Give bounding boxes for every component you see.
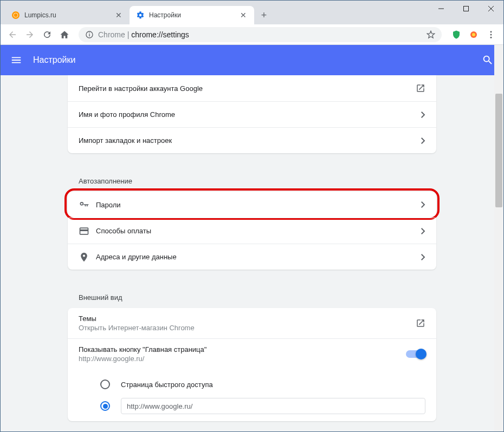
svg-point-11 [490, 34, 492, 35]
omnibox-text: Chrome | chrome://settings [98, 30, 189, 39]
svg-point-10 [490, 31, 492, 32]
svg-rect-6 [89, 34, 89, 36]
home-url-input[interactable] [121, 398, 425, 414]
row-label: Импорт закладок и настроек [79, 136, 421, 145]
close-button[interactable] [479, 1, 503, 17]
row-sublabel: Открыть Интернет-магазин Chrome [79, 324, 416, 332]
page-title: Настройки [33, 55, 471, 65]
tab-title: Lumpics.ru [24, 11, 110, 19]
credit-card-icon [79, 226, 96, 237]
row-label: Показывать кнопку "Главная страница" [79, 345, 406, 354]
chevron-right-icon [421, 201, 425, 208]
row-themes[interactable]: Темы Открыть Интернет-магазин Chrome [68, 308, 436, 338]
key-icon [79, 199, 96, 210]
radio-label: Страница быстрого доступа [121, 381, 213, 389]
tab-lumpics[interactable]: Lumpics.ru ✕ [5, 6, 130, 24]
appearance-card: Темы Открыть Интернет-магазин Chrome Пок… [68, 308, 436, 421]
hamburger-icon[interactable] [10, 54, 22, 66]
site-info-icon[interactable] [85, 30, 94, 39]
forward-button[interactable] [22, 27, 37, 42]
section-title-appearance: Внешний вид [68, 283, 436, 308]
svg-point-9 [472, 33, 475, 36]
favicon-settings [136, 11, 145, 19]
home-button-toggle[interactable] [406, 350, 425, 358]
row-label: Имя и фото профиля Chrome [79, 110, 421, 119]
row-label: Перейти в настройки аккаунта Google [79, 84, 416, 93]
row-import-bookmarks[interactable]: Импорт закладок и настроек [68, 127, 436, 153]
titlebar: Lumpics.ru ✕ Настройки ✕ + [1, 1, 503, 24]
toolbar: Chrome | chrome://settings [1, 24, 503, 45]
row-label: Пароли [96, 201, 421, 209]
favicon-lumpics [11, 11, 20, 19]
radio-icon[interactable] [100, 401, 110, 411]
omnibox[interactable]: Chrome | chrome://settings [79, 27, 442, 42]
row-profile-name[interactable]: Имя и фото профиля Chrome [68, 101, 436, 127]
browser-window: Lumpics.ru ✕ Настройки ✕ + Chrome | chr [0, 0, 504, 432]
people-card: Перейти в настройки аккаунта Google Имя … [68, 75, 436, 153]
svg-rect-2 [464, 6, 469, 11]
row-sublabel: http://www.google.ru/ [79, 355, 406, 363]
row-addresses[interactable]: Адреса и другие данные [68, 244, 436, 270]
tab-settings[interactable]: Настройки ✕ [130, 6, 254, 24]
close-icon[interactable]: ✕ [239, 11, 248, 19]
chevron-right-icon [421, 254, 425, 260]
row-home-button[interactable]: Показывать кнопку "Главная страница" htt… [68, 338, 436, 369]
settings-header: Настройки [1, 45, 503, 75]
svg-point-0 [12, 11, 20, 19]
tab-title: Настройки [149, 11, 235, 19]
chevron-right-icon [421, 138, 425, 144]
maximize-button[interactable] [454, 1, 479, 17]
chevron-right-icon [421, 228, 425, 234]
minimize-button[interactable] [429, 1, 454, 17]
home-button[interactable] [57, 27, 72, 42]
menu-icon[interactable] [486, 30, 496, 40]
row-passwords[interactable]: Пароли [68, 192, 436, 218]
svg-rect-7 [89, 32, 89, 33]
section-title-autofill: Автозаполнение [68, 166, 436, 192]
row-label: Адреса и другие данные [96, 253, 421, 261]
close-icon[interactable]: ✕ [114, 11, 123, 19]
row-label: Темы [79, 315, 416, 323]
row-payment-methods[interactable]: Способы оплаты [68, 218, 436, 244]
new-tab-button[interactable]: + [256, 8, 272, 23]
scrollbar-thumb[interactable] [495, 94, 502, 207]
extension-icon[interactable] [469, 30, 479, 40]
search-icon[interactable] [482, 54, 494, 66]
row-google-account[interactable]: Перейти в настройки аккаунта Google [68, 75, 436, 101]
svg-point-12 [490, 36, 492, 38]
extensions-area [448, 30, 499, 40]
radio-ntp[interactable]: Страница быстрого доступа [100, 374, 425, 395]
external-link-icon [416, 318, 425, 328]
home-radio-group: Страница быстрого доступа [68, 369, 436, 421]
content-area: Настройки Перейти в настройки аккаунта G… [1, 45, 503, 431]
reload-button[interactable] [40, 27, 55, 42]
settings-body[interactable]: Перейти в настройки аккаунта Google Имя … [1, 75, 503, 431]
chevron-right-icon [421, 112, 425, 118]
scrollbar[interactable] [494, 45, 503, 431]
tabs-area: Lumpics.ru ✕ Настройки ✕ + [1, 1, 503, 24]
external-link-icon [416, 83, 425, 93]
autofill-card: Пароли Способы оплаты Адреса и другие да… [68, 192, 436, 270]
row-label: Способы оплаты [96, 227, 421, 235]
shield-icon[interactable] [451, 30, 461, 40]
radio-custom-url[interactable] [100, 395, 425, 417]
back-button[interactable] [5, 27, 20, 42]
location-icon [79, 252, 96, 263]
bookmark-icon[interactable] [427, 30, 435, 39]
radio-icon[interactable] [100, 379, 110, 389]
window-controls [429, 1, 503, 17]
